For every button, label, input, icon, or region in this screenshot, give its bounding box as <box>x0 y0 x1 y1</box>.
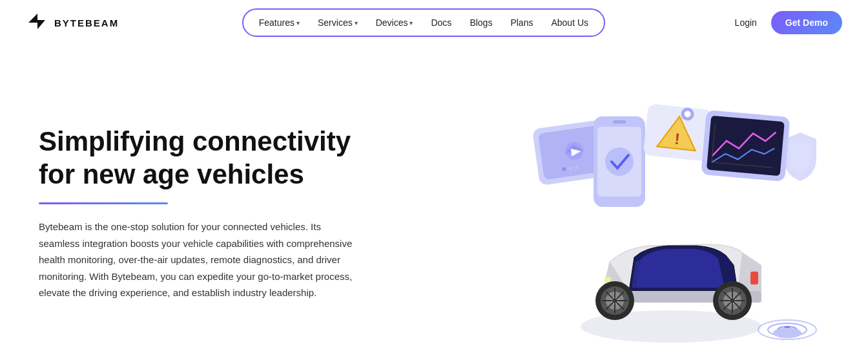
svg-marker-0 <box>28 14 45 29</box>
nav-right: Login Get Demo <box>728 11 842 34</box>
hero-title: Simplifying connectivity for new age veh… <box>39 125 362 191</box>
nav-services[interactable]: Services ▾ <box>310 14 366 32</box>
hero-divider <box>39 202 168 204</box>
nav-about[interactable]: About Us <box>543 14 596 32</box>
illustration-container: ! <box>493 78 829 349</box>
nav-devices[interactable]: Devices ▾ <box>368 14 421 32</box>
logo[interactable]: BYTEBEAM <box>26 11 119 34</box>
hero-content: Simplifying connectivity for new age veh… <box>39 125 362 301</box>
logo-text: BYTEBEAM <box>54 17 119 28</box>
hero-illustration: ! <box>493 78 829 349</box>
chevron-down-icon: ▾ <box>296 19 300 27</box>
nav-features[interactable]: Features ▾ <box>251 14 307 32</box>
nav-plans[interactable]: Plans <box>502 14 541 32</box>
hero-section: Simplifying connectivity for new age veh… <box>0 45 868 364</box>
svg-rect-25 <box>750 272 758 284</box>
chevron-down-icon: ▾ <box>409 19 413 27</box>
chevron-down-icon: ▾ <box>355 19 358 27</box>
header: BYTEBEAM Features ▾ Services ▾ Devices ▾… <box>0 0 868 45</box>
svg-point-47 <box>773 328 801 338</box>
nav-blogs[interactable]: Blogs <box>462 14 500 32</box>
nav-docs[interactable]: Docs <box>423 14 459 32</box>
hero-description: Bytebeam is the one-stop solution for yo… <box>39 219 362 301</box>
get-demo-button[interactable]: Get Demo <box>771 11 842 34</box>
main-nav: Features ▾ Services ▾ Devices ▾ Docs Blo… <box>242 8 605 37</box>
logo-icon <box>26 11 49 34</box>
svg-rect-20 <box>707 116 785 177</box>
login-button[interactable]: Login <box>728 14 763 32</box>
svg-point-11 <box>605 147 634 176</box>
svg-rect-12 <box>613 120 626 123</box>
car-illustration-svg: ! <box>493 78 829 349</box>
